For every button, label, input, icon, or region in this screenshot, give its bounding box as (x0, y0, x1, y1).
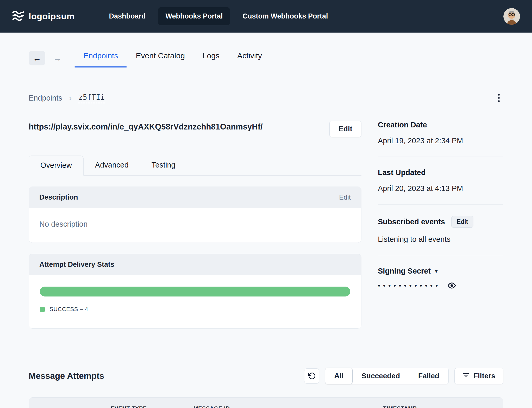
nav-item-webhooks-portal[interactable]: Webhooks Portal (158, 7, 230, 25)
signing-secret-toggle[interactable]: Signing Secret ▾ (378, 267, 503, 275)
tab-endpoints[interactable]: Endpoints (74, 49, 127, 67)
portal-nav-bar: ← → Endpoints Event Catalog Logs Activit… (29, 49, 503, 67)
signing-secret-masked: •••••••••••• (378, 282, 441, 290)
subscribed-events-label: Subscribed events (378, 218, 445, 226)
tab-event-catalog[interactable]: Event Catalog (127, 49, 193, 67)
message-attempts-title: Message Attempts (29, 371, 104, 381)
subscribed-events-value: Listening to all events (378, 235, 503, 244)
edit-description-button[interactable]: Edit (339, 193, 351, 201)
sidebar-divider (378, 157, 503, 157)
back-arrow-icon[interactable]: ← (29, 51, 45, 65)
endpoint-options-kebab-icon[interactable] (495, 91, 503, 104)
signing-secret-label: Signing Secret (378, 267, 431, 275)
success-legend-swatch (40, 307, 45, 312)
stats-legend: SUCCESS – 4 (40, 306, 350, 313)
description-card-header: Description Edit (29, 187, 361, 208)
last-updated-label: Last Updated (378, 168, 503, 177)
delivery-stats-header: Attempt Delivery Stats (29, 254, 361, 275)
delivery-stats-body: SUCCESS – 4 (29, 275, 361, 328)
tab-advanced[interactable]: Advanced (84, 156, 140, 175)
edit-subscribed-events-button[interactable]: Edit (451, 216, 473, 228)
chevron-down-icon: ▾ (435, 268, 438, 275)
attempts-filter-segmented: All Succeeded Failed (325, 368, 449, 384)
top-navbar: logoipsum Dashboard Webhooks Portal Cust… (0, 0, 532, 33)
creation-date-value: April 19, 2023 at 2:34 PM (378, 137, 503, 145)
page-content: ← → Endpoints Event Catalog Logs Activit… (0, 49, 532, 408)
filter-lines-icon (462, 372, 469, 380)
nav-item-dashboard[interactable]: Dashboard (102, 7, 153, 25)
filters-button-label: Filters (473, 372, 495, 380)
table-header-row: EVENT TYPE MESSAGE ID TIMESTAMP (29, 398, 503, 408)
message-id-column-header: MESSAGE ID (193, 398, 383, 408)
signing-secret-block: Signing Secret ▾ •••••••••••• (378, 267, 503, 290)
breadcrumb-endpoint-id[interactable]: z5fTIi (78, 93, 105, 103)
logo: logoipsum (12, 10, 74, 23)
edit-endpoint-button[interactable]: Edit (329, 121, 361, 137)
breadcrumb-row: Endpoints › z5fTIi (29, 91, 503, 104)
endpoint-main-column: https://play.svix.com/in/e_qyAXKQ58rVdzn… (29, 121, 361, 329)
user-avatar[interactable] (503, 8, 520, 25)
last-updated-block: Last Updated April 20, 2023 at 4:13 PM (378, 168, 503, 193)
message-attempts-controls: All Succeeded Failed Filters (304, 368, 503, 384)
description-title: Description (39, 193, 78, 201)
filter-all[interactable]: All (325, 368, 353, 384)
endpoint-detail-columns: https://play.svix.com/in/e_qyAXKQ58rVdzn… (29, 121, 503, 329)
success-legend-label: SUCCESS – 4 (49, 306, 88, 313)
endpoint-url-row: https://play.svix.com/in/e_qyAXKQ58rVdzn… (29, 121, 361, 137)
forward-arrow-icon[interactable]: → (53, 53, 61, 63)
status-column-header (43, 401, 111, 408)
creation-date-label: Creation Date (378, 121, 503, 129)
timestamp-column-header: TIMESTAMP (383, 398, 464, 408)
filter-failed[interactable]: Failed (409, 368, 448, 384)
portal-tabs: Endpoints Event Catalog Logs Activity (74, 49, 271, 67)
filters-button[interactable]: Filters (454, 368, 503, 384)
message-attempts-section: Message Attempts All Succeeded Failed (29, 368, 503, 408)
delivery-stats-title: Attempt Delivery Stats (39, 261, 114, 269)
message-attempts-table: EVENT TYPE MESSAGE ID TIMESTAMP ✓ Succee… (29, 397, 503, 408)
last-updated-value: April 20, 2023 at 4:13 PM (378, 184, 503, 193)
breadcrumb: Endpoints › z5fTIi (29, 93, 105, 103)
reveal-secret-eye-icon[interactable] (447, 281, 456, 290)
breadcrumb-endpoints-link[interactable]: Endpoints (29, 94, 62, 102)
logo-text: logoipsum (29, 11, 74, 21)
endpoint-url: https://play.svix.com/in/e_qyAXKQ58rVdzn… (29, 121, 263, 132)
message-attempts-header: Message Attempts All Succeeded Failed (29, 368, 503, 384)
description-text: No description (39, 220, 87, 228)
sidebar-divider (378, 204, 503, 205)
subscribed-events-block: Subscribed events Edit Listening to all … (378, 216, 503, 244)
description-card-body: No description (29, 208, 361, 243)
filter-succeeded[interactable]: Succeeded (352, 368, 409, 384)
tab-testing[interactable]: Testing (140, 156, 187, 175)
nav-item-custom-webhooks-portal[interactable]: Custom Webhooks Portal (235, 7, 335, 25)
endpoint-detail-tabs: Overview Advanced Testing (29, 156, 361, 176)
endpoint-meta-sidebar: Creation Date April 19, 2023 at 2:34 PM … (378, 121, 503, 290)
chevron-right-icon: › (69, 94, 72, 102)
creation-date-block: Creation Date April 19, 2023 at 2:34 PM (378, 121, 503, 145)
delivery-stats-card: Attempt Delivery Stats SUCCESS – 4 (29, 254, 361, 329)
main-nav: Dashboard Webhooks Portal Custom Webhook… (102, 7, 335, 25)
success-rate-bar (40, 287, 350, 296)
event-type-column-header: EVENT TYPE (111, 398, 193, 408)
sidebar-divider (378, 255, 503, 255)
logo-waves-icon (12, 10, 24, 23)
signing-secret-value-row: •••••••••••• (378, 281, 503, 290)
description-card: Description Edit No description (29, 187, 361, 243)
tab-logs[interactable]: Logs (194, 49, 228, 67)
refresh-icon[interactable] (304, 368, 319, 384)
tab-activity[interactable]: Activity (228, 49, 271, 67)
tab-overview[interactable]: Overview (29, 156, 84, 176)
